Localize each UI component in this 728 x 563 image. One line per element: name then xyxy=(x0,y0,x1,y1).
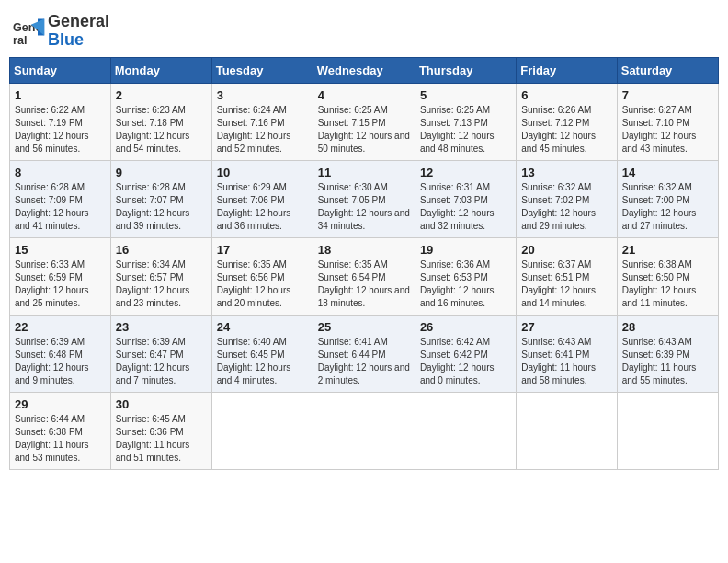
day-info: Sunrise: 6:39 AMSunset: 6:47 PMDaylight:… xyxy=(116,336,207,387)
day-number: 22 xyxy=(15,320,106,334)
col-sunday: Sunday xyxy=(10,57,111,83)
day-info: Sunrise: 6:34 AMSunset: 6:57 PMDaylight:… xyxy=(116,259,207,310)
logo-text: General Blue xyxy=(48,13,109,50)
table-cell: 28Sunrise: 6:43 AMSunset: 6:39 PMDayligh… xyxy=(617,315,718,392)
svg-text:ral: ral xyxy=(13,33,27,46)
day-info: Sunrise: 6:36 AMSunset: 6:53 PMDaylight:… xyxy=(420,259,511,310)
day-info: Sunrise: 6:23 AMSunset: 7:18 PMDaylight:… xyxy=(116,104,207,155)
day-number: 28 xyxy=(622,320,713,334)
table-cell: 30Sunrise: 6:45 AMSunset: 6:36 PMDayligh… xyxy=(110,392,211,469)
table-cell: 25Sunrise: 6:41 AMSunset: 6:44 PMDayligh… xyxy=(313,315,415,392)
table-cell: 4Sunrise: 6:25 AMSunset: 7:15 PMDaylight… xyxy=(313,83,415,160)
page-header: Gene ral General Blue xyxy=(9,9,719,50)
day-number: 20 xyxy=(521,243,611,257)
day-info: Sunrise: 6:35 AMSunset: 6:56 PMDaylight:… xyxy=(217,259,308,310)
table-row: 8Sunrise: 6:28 AMSunset: 7:09 PMDaylight… xyxy=(10,160,719,237)
table-cell: 10Sunrise: 6:29 AMSunset: 7:06 PMDayligh… xyxy=(211,160,313,237)
logo-icon: Gene ral xyxy=(13,15,46,48)
day-number: 15 xyxy=(15,243,106,257)
table-cell xyxy=(415,392,516,469)
table-cell xyxy=(617,392,718,469)
day-info: Sunrise: 6:28 AMSunset: 7:09 PMDaylight:… xyxy=(15,181,106,233)
day-info: Sunrise: 6:33 AMSunset: 6:59 PMDaylight:… xyxy=(15,259,106,310)
day-number: 2 xyxy=(116,88,207,102)
day-info: Sunrise: 6:40 AMSunset: 6:45 PMDaylight:… xyxy=(217,336,308,387)
day-info: Sunrise: 6:30 AMSunset: 7:05 PMDaylight:… xyxy=(318,181,410,233)
day-number: 9 xyxy=(116,166,207,179)
day-info: Sunrise: 6:39 AMSunset: 6:48 PMDaylight:… xyxy=(15,336,106,387)
day-info: Sunrise: 6:37 AMSunset: 6:51 PMDaylight:… xyxy=(521,259,611,310)
table-cell: 8Sunrise: 6:28 AMSunset: 7:09 PMDaylight… xyxy=(10,160,111,237)
day-info: Sunrise: 6:32 AMSunset: 7:00 PMDaylight:… xyxy=(622,181,713,233)
day-info: Sunrise: 6:35 AMSunset: 6:54 PMDaylight:… xyxy=(318,259,410,310)
day-info: Sunrise: 6:27 AMSunset: 7:10 PMDaylight:… xyxy=(622,104,713,155)
table-cell: 11Sunrise: 6:30 AMSunset: 7:05 PMDayligh… xyxy=(313,160,415,237)
table-row: 22Sunrise: 6:39 AMSunset: 6:48 PMDayligh… xyxy=(10,315,719,392)
table-cell: 3Sunrise: 6:24 AMSunset: 7:16 PMDaylight… xyxy=(211,83,313,160)
day-number: 26 xyxy=(420,320,511,334)
day-number: 5 xyxy=(420,88,511,102)
day-number: 1 xyxy=(15,88,106,102)
day-number: 10 xyxy=(217,166,308,179)
day-number: 8 xyxy=(15,166,106,179)
col-saturday: Saturday xyxy=(617,57,718,83)
table-cell xyxy=(211,392,313,469)
table-cell: 9Sunrise: 6:28 AMSunset: 7:07 PMDaylight… xyxy=(110,160,211,237)
col-thursday: Thursday xyxy=(415,57,516,83)
day-number: 25 xyxy=(318,320,410,334)
table-cell: 14Sunrise: 6:32 AMSunset: 7:00 PMDayligh… xyxy=(617,160,718,237)
table-cell: 12Sunrise: 6:31 AMSunset: 7:03 PMDayligh… xyxy=(415,160,516,237)
day-info: Sunrise: 6:22 AMSunset: 7:19 PMDaylight:… xyxy=(15,104,106,155)
table-cell: 17Sunrise: 6:35 AMSunset: 6:56 PMDayligh… xyxy=(211,237,313,315)
table-cell: 18Sunrise: 6:35 AMSunset: 6:54 PMDayligh… xyxy=(313,237,415,315)
table-row: 1Sunrise: 6:22 AMSunset: 7:19 PMDaylight… xyxy=(10,83,719,160)
day-number: 21 xyxy=(622,243,713,257)
day-number: 3 xyxy=(217,88,308,102)
day-info: Sunrise: 6:44 AMSunset: 6:38 PMDaylight:… xyxy=(15,413,106,465)
table-cell: 5Sunrise: 6:25 AMSunset: 7:13 PMDaylight… xyxy=(415,83,516,160)
table-cell: 6Sunrise: 6:26 AMSunset: 7:12 PMDaylight… xyxy=(517,83,617,160)
table-cell: 27Sunrise: 6:43 AMSunset: 6:41 PMDayligh… xyxy=(517,315,617,392)
table-cell: 29Sunrise: 6:44 AMSunset: 6:38 PMDayligh… xyxy=(10,392,111,469)
col-tuesday: Tuesday xyxy=(211,57,313,83)
calendar-header-row: Sunday Monday Tuesday Wednesday Thursday… xyxy=(10,57,719,83)
day-number: 17 xyxy=(217,243,308,257)
table-cell xyxy=(517,392,617,469)
logo: Gene ral General Blue xyxy=(13,13,109,50)
table-cell: 15Sunrise: 6:33 AMSunset: 6:59 PMDayligh… xyxy=(10,237,111,315)
col-friday: Friday xyxy=(517,57,617,83)
day-info: Sunrise: 6:41 AMSunset: 6:44 PMDaylight:… xyxy=(318,336,410,387)
day-number: 4 xyxy=(318,88,410,102)
table-cell: 22Sunrise: 6:39 AMSunset: 6:48 PMDayligh… xyxy=(10,315,111,392)
day-info: Sunrise: 6:25 AMSunset: 7:13 PMDaylight:… xyxy=(420,104,511,155)
table-cell: 26Sunrise: 6:42 AMSunset: 6:42 PMDayligh… xyxy=(415,315,516,392)
day-number: 19 xyxy=(420,243,511,257)
day-number: 30 xyxy=(116,397,207,411)
day-info: Sunrise: 6:42 AMSunset: 6:42 PMDaylight:… xyxy=(420,336,511,387)
day-info: Sunrise: 6:43 AMSunset: 6:41 PMDaylight:… xyxy=(521,336,611,387)
day-number: 13 xyxy=(521,166,611,179)
table-cell: 7Sunrise: 6:27 AMSunset: 7:10 PMDaylight… xyxy=(617,83,718,160)
table-cell: 1Sunrise: 6:22 AMSunset: 7:19 PMDaylight… xyxy=(10,83,111,160)
day-info: Sunrise: 6:25 AMSunset: 7:15 PMDaylight:… xyxy=(318,104,410,155)
day-info: Sunrise: 6:29 AMSunset: 7:06 PMDaylight:… xyxy=(217,181,308,233)
day-number: 6 xyxy=(521,88,611,102)
table-cell xyxy=(313,392,415,469)
table-cell: 24Sunrise: 6:40 AMSunset: 6:45 PMDayligh… xyxy=(211,315,313,392)
table-cell: 2Sunrise: 6:23 AMSunset: 7:18 PMDaylight… xyxy=(110,83,211,160)
day-info: Sunrise: 6:32 AMSunset: 7:02 PMDaylight:… xyxy=(521,181,611,233)
day-info: Sunrise: 6:45 AMSunset: 6:36 PMDaylight:… xyxy=(116,413,207,465)
table-cell: 23Sunrise: 6:39 AMSunset: 6:47 PMDayligh… xyxy=(110,315,211,392)
day-info: Sunrise: 6:26 AMSunset: 7:12 PMDaylight:… xyxy=(521,104,611,155)
table-cell: 21Sunrise: 6:38 AMSunset: 6:50 PMDayligh… xyxy=(617,237,718,315)
table-row: 15Sunrise: 6:33 AMSunset: 6:59 PMDayligh… xyxy=(10,237,719,315)
table-cell: 19Sunrise: 6:36 AMSunset: 6:53 PMDayligh… xyxy=(415,237,516,315)
day-number: 27 xyxy=(521,320,611,334)
table-cell: 13Sunrise: 6:32 AMSunset: 7:02 PMDayligh… xyxy=(517,160,617,237)
table-row: 29Sunrise: 6:44 AMSunset: 6:38 PMDayligh… xyxy=(10,392,719,469)
day-info: Sunrise: 6:28 AMSunset: 7:07 PMDaylight:… xyxy=(116,181,207,233)
col-wednesday: Wednesday xyxy=(313,57,415,83)
table-cell: 16Sunrise: 6:34 AMSunset: 6:57 PMDayligh… xyxy=(110,237,211,315)
day-info: Sunrise: 6:43 AMSunset: 6:39 PMDaylight:… xyxy=(622,336,713,387)
day-number: 11 xyxy=(318,166,410,179)
